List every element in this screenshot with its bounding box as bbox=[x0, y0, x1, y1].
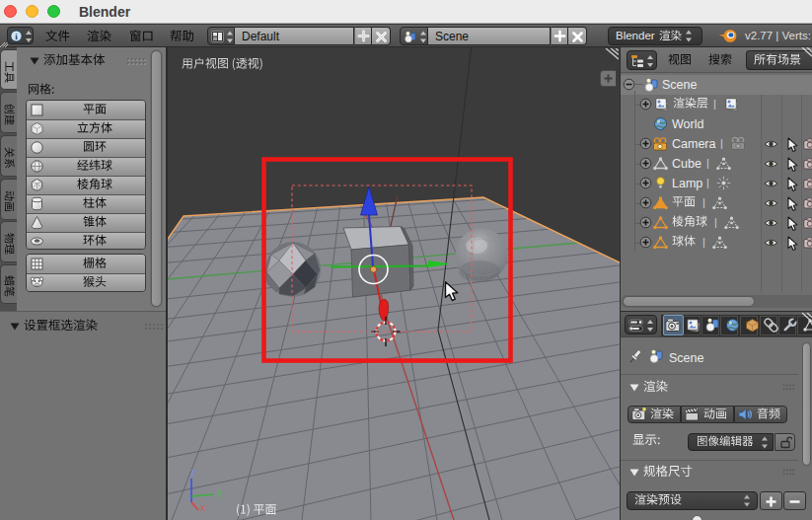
svg-text:z: z bbox=[190, 467, 195, 478]
svg-text:y: y bbox=[217, 487, 222, 498]
svg-text:x: x bbox=[200, 502, 205, 513]
